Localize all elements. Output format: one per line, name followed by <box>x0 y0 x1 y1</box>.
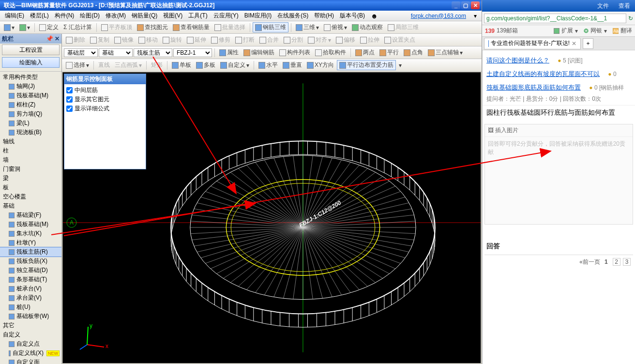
offset-button[interactable]: 偏移 <box>334 35 357 45</box>
page-1[interactable]: 1 <box>602 258 610 265</box>
tree-item[interactable]: 条形基础(T) <box>0 275 61 284</box>
prev-page[interactable]: «前一页 <box>579 258 600 265</box>
menu-cloud[interactable]: 云应用(Y) <box>211 12 242 20</box>
move-button[interactable]: 移动 <box>136 35 160 45</box>
menu-floor[interactable]: 楼层(L) <box>27 12 52 20</box>
part-button[interactable]: 局部三维 <box>386 23 421 32</box>
tree-item[interactable]: 现浇板(B) <box>0 128 61 137</box>
rotate-button[interactable]: 旋转 <box>161 35 184 45</box>
cat-combo[interactable]: 基础 <box>99 48 133 57</box>
element-tree[interactable]: 常用构件类型轴网(J)筏板基础(M)框柱(Z)剪力墙(Q)梁(L)现浇板(B)轴… <box>0 72 61 364</box>
rect-button[interactable]: 矩形 <box>149 61 165 70</box>
rebar-display-panel[interactable]: 钢筋显示控制面板 中间层筋显示其它图元显示详细公式 <box>64 74 146 169</box>
tree-group[interactable]: 柱 <box>0 146 61 155</box>
tree-group[interactable]: 门窗洞 <box>0 165 61 174</box>
menu-modify[interactable]: 修改(M) <box>103 12 129 20</box>
mailbox-link[interactable]: 139139邮箱 <box>485 27 518 35</box>
menu-edit[interactable]: 编辑(E) <box>2 12 27 20</box>
answer-editor[interactable]: 🖼 插入图片 回答即可得2分贡献分，回答被采纳获得系统赠送20贡献 <box>484 124 633 225</box>
panel-option[interactable]: 显示其它图元 <box>66 95 144 104</box>
close-button[interactable]: ✕ <box>471 1 480 9</box>
reload-icon[interactable]: ↻ <box>628 15 633 22</box>
maximize-button[interactable]: ▢ <box>461 1 470 9</box>
tree-item[interactable]: 自定义点 <box>0 339 61 349</box>
menu-online[interactable]: 在线服务(S) <box>274 12 311 20</box>
sum-button[interactable]: Σ 汇总计算 <box>61 23 94 32</box>
tree-group[interactable]: 梁 <box>0 174 61 183</box>
ext-translate[interactable]: Aa翻译 <box>613 27 632 35</box>
tree-group[interactable]: 自定义 <box>0 330 61 339</box>
multi-button[interactable]: 多板 <box>194 61 217 70</box>
more-draw-button[interactable]: ▾ <box>397 61 404 69</box>
redo-button[interactable]: ▾ <box>17 24 32 31</box>
tree-item[interactable]: 自定义面 <box>0 358 61 364</box>
tree-item[interactable]: 筏板负筋(X) <box>0 257 61 266</box>
level-combo[interactable]: 基础层 <box>64 48 98 57</box>
nav-project-button[interactable]: 工程设置 <box>2 45 60 55</box>
dropdown-icon[interactable]: ▾ <box>471 13 480 19</box>
mirror-button[interactable]: 镜像 <box>112 35 136 45</box>
check-button[interactable]: 查看钢筋量 <box>171 23 212 32</box>
tree-group[interactable]: 基础 <box>0 201 61 211</box>
tree-item[interactable]: 基础板带(W) <box>0 312 61 321</box>
edge-button[interactable]: 平行边布置受力筋 <box>337 60 396 70</box>
gear-icon[interactable]: ☻ <box>368 12 381 20</box>
trim-button[interactable]: 修剪 <box>209 35 232 45</box>
find-button[interactable]: 查找图元 <box>135 23 170 32</box>
tree-group[interactable]: 空心楼盖 <box>0 192 61 201</box>
stretch-button[interactable]: 拉伸 <box>358 35 381 45</box>
merge-button[interactable]: 合并 <box>257 35 281 45</box>
tree-group[interactable]: 墙 <box>0 155 61 165</box>
d3-button[interactable]: 三维▾ <box>294 23 321 32</box>
parallel-aux-button[interactable]: 平行 <box>378 48 401 57</box>
nav-draw-button[interactable]: 绘图输入 <box>2 57 60 68</box>
menu-member[interactable]: 构件(N) <box>52 12 77 20</box>
tree-item[interactable]: 承台梁(V) <box>0 293 61 303</box>
ver-button[interactable]: 垂直 <box>281 61 304 70</box>
define-button[interactable]: 定义 <box>37 23 60 32</box>
page-content[interactable]: 请问这个图例是什么？ ● 5 [识图] 土建自定义线画的有坡度的瓦屋面不可以 ●… <box>482 50 635 364</box>
setpt-button[interactable]: 设置夹点 <box>382 35 417 45</box>
minimize-button[interactable]: _ <box>452 1 460 9</box>
ext-bank[interactable]: ❂网银▾ <box>584 27 607 35</box>
tree-item[interactable]: 框柱(Z) <box>0 100 61 109</box>
menu-version[interactable]: 版本号(B) <box>337 12 368 20</box>
menu-tools[interactable]: 工具(T) <box>185 12 210 20</box>
rebar-3d-button[interactable]: 钢筋三维 <box>253 22 288 32</box>
align-button[interactable]: 对齐▾ <box>306 35 333 45</box>
tree-item[interactable]: 集水坑(K) <box>0 229 61 238</box>
split-button[interactable]: 分割 <box>282 35 305 45</box>
page-2[interactable]: 2 <box>613 258 620 266</box>
top-button[interactable]: 俯视▾ <box>322 23 349 32</box>
select-button[interactable]: 选择▾ <box>64 61 91 70</box>
new-tab-button[interactable]: + <box>583 38 593 49</box>
close-tab-icon[interactable]: ✕ <box>572 40 576 47</box>
menu-view[interactable]: 视图(V) <box>160 12 185 20</box>
page-3[interactable]: 3 <box>623 258 631 266</box>
twopt-button[interactable]: 两点 <box>353 48 377 57</box>
delete-button[interactable]: 删除 <box>64 35 87 45</box>
hor-button[interactable]: 水平 <box>257 61 280 70</box>
pick-button[interactable]: 拾取构件 <box>313 48 348 57</box>
related-link-2[interactable]: 土建自定义线画的有坡度的瓦屋面不可以 <box>486 70 600 78</box>
tree-item[interactable]: 筏板基础(M) <box>0 220 61 229</box>
three-aux-button[interactable]: 三点辅轴▾ <box>426 48 465 57</box>
tree-item[interactable]: 自定义线(X)NEW <box>0 349 61 358</box>
prop-button[interactable]: 属性 <box>217 48 241 57</box>
tree-item[interactable]: 桩承台(V) <box>0 284 61 293</box>
xy-button[interactable]: XY方向 <box>305 61 336 70</box>
tree-item[interactable]: 桩(U) <box>0 303 61 312</box>
single-button[interactable]: 单板 <box>170 61 193 70</box>
tree-item[interactable]: 筏板基础(M) <box>0 91 61 100</box>
dyn-button[interactable]: 动态观察 <box>350 23 385 32</box>
copy-button[interactable]: 复制 <box>88 35 111 45</box>
panel-option[interactable]: 显示详细公式 <box>66 105 144 113</box>
panel-option[interactable]: 中间层筋 <box>66 86 144 94</box>
tree-item[interactable]: 基础梁(F) <box>0 211 61 220</box>
tree-group[interactable]: 板 <box>0 183 61 192</box>
menu-bim[interactable]: BIM应用(I) <box>242 12 275 20</box>
user-email[interactable]: forpk.chen@163.com <box>408 13 471 19</box>
list-button[interactable]: 构件列表 <box>277 48 312 57</box>
break-button[interactable]: 打断 <box>233 35 257 45</box>
tree-item[interactable]: 梁(L) <box>0 119 61 128</box>
